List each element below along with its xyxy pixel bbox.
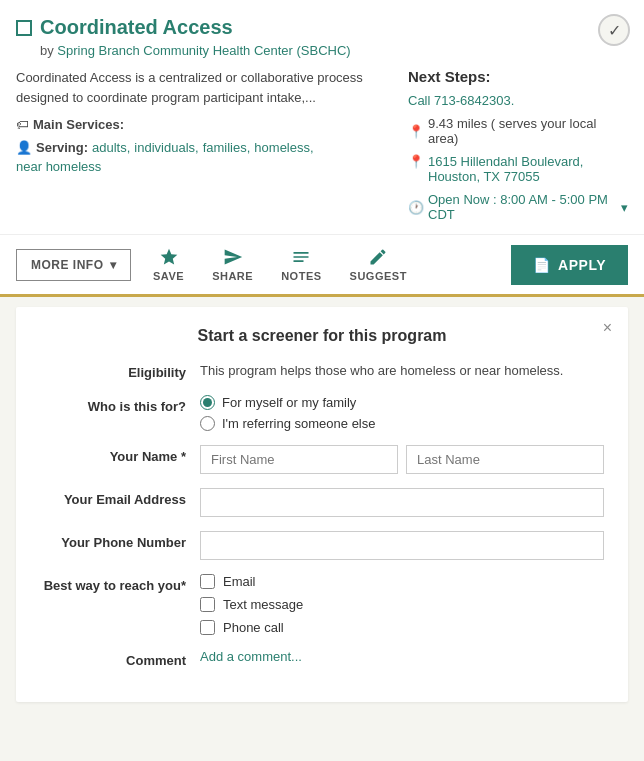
radio-myself-input[interactable] bbox=[200, 395, 215, 410]
action-bar: MORE INFO ▾ SAVE SHARE NOTES SUGGEST 📄 A… bbox=[0, 234, 644, 294]
tag-individuals[interactable]: individuals, bbox=[134, 140, 198, 155]
radio-myself-label: For myself or my family bbox=[222, 395, 356, 410]
more-info-label: MORE INFO bbox=[31, 258, 104, 272]
address-pin-icon: 📍 bbox=[408, 154, 424, 169]
address-link[interactable]: 1615 Hillendahl Boulevard, Houston, TX 7… bbox=[428, 154, 628, 184]
eligibility-text: This program helps those who are homeles… bbox=[200, 361, 604, 381]
who-for-label: Who is this for? bbox=[40, 395, 200, 414]
first-name-input[interactable] bbox=[200, 445, 398, 474]
add-comment-link[interactable]: Add a comment... bbox=[200, 649, 302, 664]
comment-field: Add a comment... bbox=[200, 649, 604, 664]
next-steps-title: Next Steps: bbox=[408, 68, 628, 85]
serving-row: 👤 Serving: adults, individuals, families… bbox=[16, 140, 384, 174]
share-label: SHARE bbox=[212, 270, 253, 282]
phone-row: Your Phone Number bbox=[40, 531, 604, 560]
program-card: Coordinated Access by Spring Branch Comm… bbox=[0, 0, 644, 234]
next-steps-phone: Call 713-6842303. bbox=[408, 93, 628, 108]
radio-someone-else-label: I'm referring someone else bbox=[222, 416, 376, 431]
phone-label: Your Phone Number bbox=[40, 531, 200, 550]
program-description: Coordinated Access is a centralized or c… bbox=[16, 68, 384, 107]
program-title: Coordinated Access bbox=[40, 16, 233, 39]
phone-link[interactable]: 713-6842303. bbox=[434, 93, 514, 108]
last-name-input[interactable] bbox=[406, 445, 604, 474]
clock-icon: 🕐 bbox=[408, 200, 424, 215]
org-byline: by Spring Branch Community Health Center… bbox=[16, 43, 628, 58]
eligibility-row: Eligibility This program helps those who… bbox=[40, 361, 604, 381]
suggest-button[interactable]: SUGGEST bbox=[336, 243, 421, 286]
person-icon: 👤 bbox=[16, 140, 32, 155]
screener-title: Start a screener for this program bbox=[40, 327, 604, 345]
more-info-button[interactable]: MORE INFO ▾ bbox=[16, 249, 131, 281]
checkbox-phone-input[interactable] bbox=[200, 620, 215, 635]
email-label: Your Email Address bbox=[40, 488, 200, 507]
program-checkbox[interactable] bbox=[16, 20, 32, 36]
checkbox-text-input[interactable] bbox=[200, 597, 215, 612]
apply-label: APPLY bbox=[558, 257, 606, 273]
star-icon bbox=[159, 247, 179, 267]
chevron-down-icon: ▾ bbox=[110, 258, 117, 272]
name-row: Your Name * bbox=[40, 445, 604, 474]
main-services-label: Main Services: bbox=[33, 117, 124, 132]
screener-form: Eligibility This program helps those who… bbox=[40, 361, 604, 668]
checkbox-text-label: Text message bbox=[223, 597, 303, 612]
email-input[interactable] bbox=[200, 488, 604, 517]
screener-panel: × Start a screener for this program Elig… bbox=[16, 307, 628, 702]
email-field-container bbox=[200, 488, 604, 517]
radio-someone-else[interactable]: I'm referring someone else bbox=[200, 416, 604, 431]
hours-text: Open Now : 8:00 AM - 5:00 PM CDT bbox=[428, 192, 617, 222]
comment-row: Comment Add a comment... bbox=[40, 649, 604, 668]
share-icon bbox=[223, 247, 243, 267]
eligibility-label: Eligibility bbox=[40, 361, 200, 380]
tag-icon: 🏷 bbox=[16, 117, 29, 132]
suggest-icon bbox=[368, 247, 388, 267]
share-button[interactable]: SHARE bbox=[198, 243, 267, 286]
tag-families[interactable]: families, bbox=[203, 140, 251, 155]
checkbox-email-input[interactable] bbox=[200, 574, 215, 589]
tag-near-homeless[interactable]: near homeless bbox=[16, 159, 101, 174]
gold-divider bbox=[0, 294, 644, 297]
email-row: Your Email Address bbox=[40, 488, 604, 517]
save-label: SAVE bbox=[153, 270, 184, 282]
distance-text: 9.43 miles ( serves your local area) bbox=[428, 116, 628, 146]
checkbox-email[interactable]: Email bbox=[200, 574, 604, 589]
call-prefix: Call bbox=[408, 93, 430, 108]
notes-icon bbox=[291, 247, 311, 267]
checkbox-email-label: Email bbox=[223, 574, 256, 589]
who-for-row: Who is this for? For myself or my family… bbox=[40, 395, 604, 431]
notes-button[interactable]: NOTES bbox=[267, 243, 335, 286]
phone-input[interactable] bbox=[200, 531, 604, 560]
reach-label: Best way to reach you* bbox=[40, 574, 200, 593]
name-field bbox=[200, 445, 604, 474]
reach-row: Best way to reach you* Email Text messag… bbox=[40, 574, 604, 635]
reach-field: Email Text message Phone call bbox=[200, 574, 604, 635]
org-link[interactable]: Spring Branch Community Health Center (S… bbox=[57, 43, 350, 58]
tag-homeless[interactable]: homeless, bbox=[254, 140, 313, 155]
pin-icon: 📍 bbox=[408, 124, 424, 139]
checkbox-phone[interactable]: Phone call bbox=[200, 620, 604, 635]
phone-field-container bbox=[200, 531, 604, 560]
checkbox-text[interactable]: Text message bbox=[200, 597, 604, 612]
notes-label: NOTES bbox=[281, 270, 321, 282]
radio-someone-else-input[interactable] bbox=[200, 416, 215, 431]
serving-label-text: Serving: bbox=[36, 140, 88, 155]
check-icon: ✓ bbox=[608, 21, 621, 40]
next-steps-hours: 🕐 Open Now : 8:00 AM - 5:00 PM CDT ▾ bbox=[408, 192, 628, 222]
apply-button[interactable]: 📄 APPLY bbox=[511, 245, 628, 285]
next-steps-distance: 📍 9.43 miles ( serves your local area) bbox=[408, 116, 628, 146]
chevron-down-icon[interactable]: ▾ bbox=[621, 200, 628, 215]
name-label: Your Name * bbox=[40, 445, 200, 464]
document-icon: 📄 bbox=[533, 257, 551, 273]
close-button[interactable]: × bbox=[603, 319, 612, 337]
save-button[interactable]: SAVE bbox=[139, 243, 198, 286]
next-steps-address: 📍 1615 Hillendahl Boulevard, Houston, TX… bbox=[408, 154, 628, 184]
main-services-row: 🏷 Main Services: bbox=[16, 117, 384, 132]
who-for-field: For myself or my family I'm referring so… bbox=[200, 395, 604, 431]
eligibility-field: This program helps those who are homeles… bbox=[200, 361, 604, 381]
tag-adults[interactable]: adults, bbox=[92, 140, 130, 155]
checkbox-phone-label: Phone call bbox=[223, 620, 284, 635]
radio-myself[interactable]: For myself or my family bbox=[200, 395, 604, 410]
suggest-label: SUGGEST bbox=[350, 270, 407, 282]
check-circle[interactable]: ✓ bbox=[598, 14, 630, 46]
comment-label: Comment bbox=[40, 649, 200, 668]
